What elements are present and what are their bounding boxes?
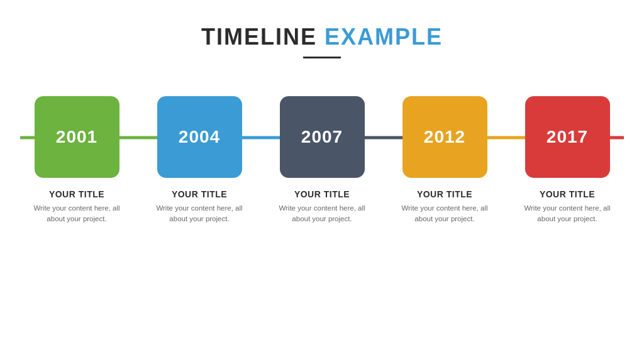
year-label-2012: 2012: [424, 127, 465, 147]
timeline-item-2004: 2004 YOUR TITLE Write your content here,…: [143, 96, 256, 225]
year-box-2017: 2017: [525, 96, 610, 178]
item-desc-2001: Write your content here, all about your …: [28, 203, 126, 225]
year-box-2012: 2012: [402, 96, 487, 178]
page-header: TIMELINE EXAMPLE: [201, 24, 443, 58]
year-label-2004: 2004: [179, 127, 220, 147]
item-desc-2004: Write your content here, all about your …: [151, 203, 248, 225]
item-desc-2007: Write your content here, all about your …: [274, 203, 371, 225]
title-part1: TIMELINE: [201, 24, 317, 50]
year-label-2007: 2007: [301, 127, 343, 147]
title-divider: [303, 57, 341, 58]
title-part2: EXAMPLE: [325, 24, 443, 50]
item-title-2007: YOUR TITLE: [294, 189, 350, 199]
timeline-item-2001: 2001 YOUR TITLE Write your content here,…: [20, 96, 133, 225]
year-label-2001: 2001: [56, 127, 97, 147]
timeline-items: 2001 YOUR TITLE Write your content here,…: [20, 96, 624, 225]
year-label-2017: 2017: [547, 127, 588, 147]
timeline-wrapper: 2001 YOUR TITLE Write your content here,…: [20, 96, 624, 225]
timeline-item-2017: 2017 YOUR TITLE Write your content here,…: [511, 96, 624, 225]
timeline-item-2007: 2007 YOUR TITLE Write your content here,…: [265, 96, 379, 225]
item-title-2001: YOUR TITLE: [49, 189, 104, 199]
item-desc-2017: Write your content here, all about your …: [519, 203, 616, 225]
item-title-2012: YOUR TITLE: [417, 189, 472, 199]
year-box-2007: 2007: [280, 96, 365, 178]
year-box-2004: 2004: [157, 96, 242, 178]
item-title-2017: YOUR TITLE: [540, 189, 595, 199]
timeline-item-2012: 2012 YOUR TITLE Write your content here,…: [388, 96, 501, 225]
item-title-2004: YOUR TITLE: [172, 189, 227, 199]
year-box-2001: 2001: [35, 96, 119, 178]
item-desc-2012: Write your content here, all about your …: [396, 203, 494, 225]
page-title: TIMELINE EXAMPLE: [201, 24, 443, 50]
